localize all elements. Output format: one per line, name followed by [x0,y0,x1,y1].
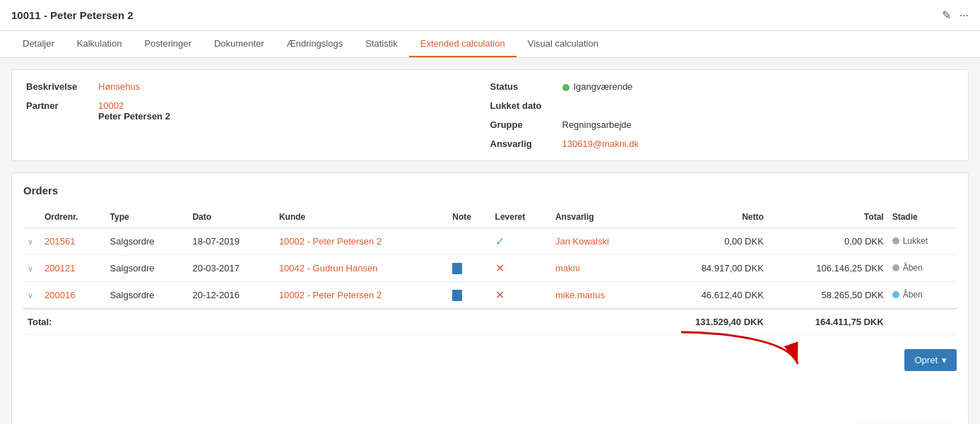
tab-extended-calculation[interactable]: Extended calculation [409,31,516,57]
ansvarlig-row: Ansvarlig 130619@makni.dk [490,139,955,149]
netto-cell: 46.612,40 DKK [648,282,768,310]
ansvarlig-link[interactable]: Jan Kowalski [555,236,609,247]
th-ansvarlig: Ansvarlig [551,206,648,228]
edit-icon[interactable]: ✎ [942,8,951,22]
ordrenr-cell: 201561 [40,228,106,255]
table-row: ∨ 200016 Salgsordre 20-12-2016 10002 - P… [23,282,957,310]
badge-dot-grey [892,237,899,245]
header-actions: ✎ ··· [942,8,969,22]
ansvarlig-label: Ansvarlig [490,139,554,149]
badge-dot-grey [892,264,899,271]
status-badge: Lukket [892,236,928,246]
total-total: 164.411,75 DKK [768,309,888,335]
kunde-cell: 10042 - Gudrun Hansen [275,255,448,282]
header: 10011 - Peter Petersen 2 ✎ ··· [0,0,980,31]
opret-dropdown-icon: ▾ [942,355,947,365]
status-label: Status [490,81,554,92]
th-type: Type [106,206,189,228]
detail-right: Status Igangværende Lukket dato Gruppe R… [490,81,955,149]
type-cell: Salgsordre [106,255,189,282]
th-expand [23,206,40,228]
ordrenr-link[interactable]: 200016 [45,290,75,300]
expand-btn[interactable]: ∨ [23,255,40,282]
th-note: Note [448,206,490,228]
orders-title: Orders [23,184,957,196]
beskrivelse-value[interactable]: Hønsehus [98,81,140,92]
table-row: ∨ 201561 Salgsordre 18-07-2019 10002 - P… [23,228,957,255]
content-area: Beskrivelse Hønsehus Partner 10002 Peter… [0,58,980,424]
netto-cell: 0,00 DKK [648,228,768,255]
th-kunde: Kunde [275,206,448,228]
th-dato: Dato [188,206,274,228]
partner-label: Partner [26,100,90,111]
stadie-cell: Lukket [888,228,957,255]
tab-visual-calculation[interactable]: Visual calculation [516,31,610,57]
lukket-dato-row: Lukket dato [490,100,955,111]
x-icon: ✕ [495,289,504,301]
expand-btn[interactable]: ∨ [23,282,40,310]
status-dot-green [562,84,569,91]
kunde-link[interactable]: 10002 - Peter Petersen 2 [279,290,382,300]
orders-table: Ordrenr. Type Dato Kunde Note Leveret An… [23,206,957,335]
dato-cell: 20-12-2016 [188,282,274,310]
kunde-cell: 10002 - Peter Petersen 2 [275,282,448,310]
ansvarlig-cell: mike.marius [551,282,648,310]
gruppe-value: Regningsarbejde [562,119,632,130]
note-cell [448,228,490,255]
opret-label: Opret [914,355,938,365]
ansvarlig-link[interactable]: makni [555,263,580,273]
badge-dot-teal [892,291,899,298]
partner-value: 10002 Peter Petersen 2 [98,100,170,122]
kunde-link[interactable]: 10002 - Peter Petersen 2 [279,236,382,247]
partner-name: Peter Petersen 2 [98,111,170,122]
note-icon [452,263,462,274]
table-header-row: Ordrenr. Type Dato Kunde Note Leveret An… [23,206,957,228]
type-cell: Salgsordre [106,282,189,310]
kunde-cell: 10002 - Peter Petersen 2 [275,228,448,255]
status-row: Status Igangværende [490,81,955,92]
table-row: ∨ 200121 Salgsordre 20-03-2017 10042 - G… [23,255,957,282]
total-cell: 58.265,50 DKK [768,282,888,310]
leveret-cell: ✕ [491,255,551,282]
tab-detaljer[interactable]: Detaljer [11,31,66,57]
tab-dokumenter[interactable]: Dokumenter [203,31,276,57]
detail-card: Beskrivelse Hønsehus Partner 10002 Peter… [11,69,969,161]
orders-section: Orders Ordrenr. Type Dato Kunde Note Lev… [11,172,969,424]
tab-posteringer[interactable]: Posteringer [133,31,202,57]
dato-cell: 18-07-2019 [188,228,274,255]
tab-statistik[interactable]: Statistik [354,31,409,57]
dato-cell: 20-03-2017 [188,255,274,282]
note-cell [448,255,490,282]
ansvarlig-value[interactable]: 130619@makni.dk [562,139,639,149]
th-leveret: Leveret [491,206,551,228]
note-icon [452,290,462,301]
ansvarlig-link[interactable]: mike.marius [555,290,605,300]
stadie-cell: Åben [888,255,957,282]
more-icon[interactable]: ··· [960,9,969,22]
lukket-dato-label: Lukket dato [490,100,554,111]
tab-aendringslogs[interactable]: Ændringslogs [276,31,355,57]
leveret-cell: ✓ [491,228,551,255]
check-icon: ✓ [495,235,504,247]
ordrenr-link[interactable]: 201561 [45,236,75,247]
note-cell [448,282,490,310]
ordrenr-cell: 200016 [40,282,106,310]
tab-kalkulation[interactable]: Kalkulation [66,31,134,57]
total-netto: 131.529,40 DKK [648,309,768,335]
x-icon: ✕ [495,262,504,274]
status-badge: Åben [892,290,923,300]
th-total: Total [768,206,888,228]
ansvarlig-cell: makni [551,255,648,282]
type-cell: Salgsordre [106,228,189,255]
opret-button[interactable]: Opret ▾ [904,349,957,371]
total-cell: 106.146,25 DKK [768,255,888,282]
total-row: Total: 131.529,40 DKK 164.411,75 DKK [23,309,957,335]
ansvarlig-cell: Jan Kowalski [551,228,648,255]
ordrenr-link[interactable]: 200121 [45,263,75,273]
partner-row: Partner 10002 Peter Petersen 2 [26,100,490,122]
kunde-link[interactable]: 10042 - Gudrun Hansen [279,263,377,273]
leveret-cell: ✕ [491,282,551,310]
expand-btn[interactable]: ∨ [23,228,40,255]
total-label: Total: [23,309,648,335]
partner-id[interactable]: 10002 [98,100,170,111]
